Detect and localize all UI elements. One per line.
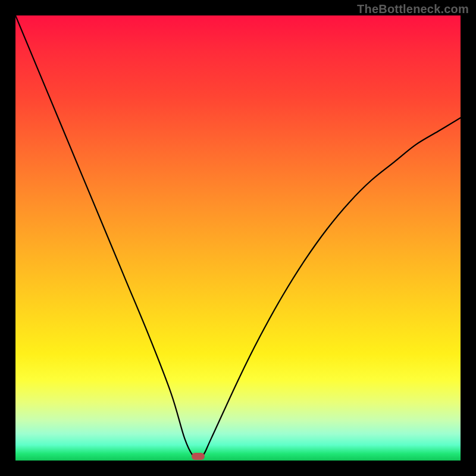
plot-area bbox=[15, 15, 461, 461]
optimal-point-marker bbox=[192, 453, 205, 460]
chart-frame: TheBottleneck.com bbox=[0, 0, 476, 476]
watermark-text: TheBottleneck.com bbox=[357, 2, 469, 16]
bottleneck-curve bbox=[15, 15, 461, 461]
